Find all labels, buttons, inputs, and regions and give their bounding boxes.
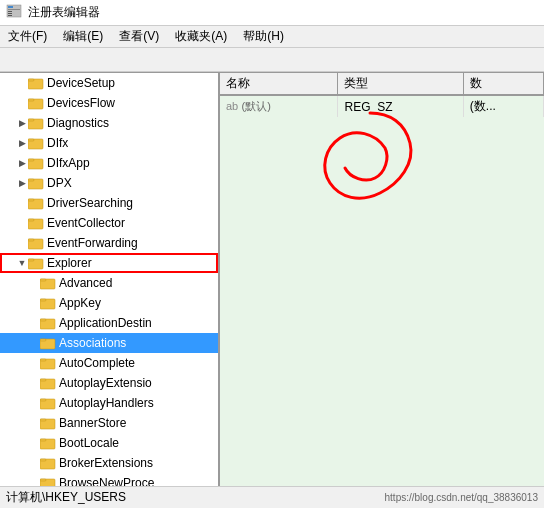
tree-item-eventcollector[interactable]: EventCollector [0,213,218,233]
tree-label: DeviceSetup [47,76,115,90]
tree-item-appkey[interactable]: AppKey [0,293,218,313]
folder-icon [40,316,56,330]
tree-label: BannerStore [59,416,126,430]
folder-icon [40,276,56,290]
menu-favorites[interactable]: 收藏夹(A) [167,26,235,47]
tree-label: Advanced [59,276,112,290]
cell-value: (数... [463,95,543,117]
svg-rect-33 [40,339,46,341]
tree-label: EventCollector [47,216,125,230]
tree-label: Associations [59,336,126,350]
folder-icon [40,336,56,350]
tree-label: DevicesFlow [47,96,115,110]
tree-item-autoplayextensio[interactable]: AutoplayExtensio [0,373,218,393]
tree-item-difx[interactable]: ▶ DIfx [0,133,218,153]
svg-rect-47 [40,479,46,481]
expand-arrow: ▶ [16,157,28,169]
tree-item-devicesflow[interactable]: DevicesFlow [0,93,218,113]
tree-item-brokerextensions[interactable]: BrokerExtensions [0,453,218,473]
folder-icon [28,216,44,230]
svg-rect-21 [28,219,34,221]
tree-label: DIfxApp [47,156,90,170]
svg-rect-23 [28,239,34,241]
tree-label: Diagnostics [47,116,109,130]
svg-rect-17 [28,179,34,181]
tree-label: EventForwarding [47,236,138,250]
tree-item-applicationdestin[interactable]: ApplicationDestin [0,313,218,333]
tree-label: AutoplayHandlers [59,396,154,410]
col-value: 数 [463,73,543,95]
tree-label: DPX [47,176,72,190]
registry-table: 名称 类型 数 ab (默认) REG_SZ (数... [220,73,544,117]
folder-icon [40,416,56,430]
tree-item-dpx[interactable]: ▶ DPX [0,173,218,193]
menu-view[interactable]: 查看(V) [111,26,167,47]
tree-label: BrowseNewProce [59,476,154,486]
cell-name: ab (默认) [220,95,338,117]
tree-label: AutoplayExtensio [59,376,152,390]
tree-label: AppKey [59,296,101,310]
main-area: DeviceSetup DevicesFlow ▶ Diagnostics ▶ … [0,72,544,486]
tree-label: ApplicationDestin [59,316,152,330]
cell-type: REG_SZ [338,95,463,117]
tree-item-bootlocale[interactable]: BootLocale [0,433,218,453]
tree-label: Explorer [47,256,92,270]
tree-item-eventforwarding[interactable]: EventForwarding [0,233,218,253]
svg-rect-3 [8,11,12,12]
menu-help[interactable]: 帮助(H) [235,26,292,47]
folder-icon [28,76,44,90]
svg-rect-15 [28,159,34,161]
svg-rect-13 [28,139,34,141]
svg-rect-35 [40,359,46,361]
folder-icon [40,296,56,310]
expand-arrow: ▼ [16,257,28,269]
folder-icon [40,396,56,410]
svg-rect-11 [28,119,34,121]
status-bar: 计算机\HKEY_USERS https://blog.csdn.net/qq_… [0,486,544,508]
svg-rect-27 [40,279,46,281]
annotation-overlay [300,103,420,236]
tree-item-explorer[interactable]: ▼ Explorer [0,253,218,273]
svg-rect-43 [40,439,46,441]
menu-edit[interactable]: 编辑(E) [55,26,111,47]
expand-arrow: ▶ [16,177,28,189]
svg-rect-2 [8,9,20,10]
svg-rect-1 [8,6,13,8]
watermark: https://blog.csdn.net/qq_38836013 [385,492,538,503]
tree-label: BrokerExtensions [59,456,153,470]
folder-icon [40,476,56,486]
tree-item-difxapp[interactable]: ▶ DIfxApp [0,153,218,173]
tree-item-autocomplete[interactable]: AutoComplete [0,353,218,373]
status-path: 计算机\HKEY_USERS [6,489,126,506]
title-bar: 注册表编辑器 [0,0,544,26]
tree-item-devicesetup[interactable]: DeviceSetup [0,73,218,93]
tree-item-autoplayhandlers[interactable]: AutoplayHandlers [0,393,218,413]
folder-icon [28,96,44,110]
table-row[interactable]: ab (默认) REG_SZ (数... [220,95,544,117]
tree-item-driversearching[interactable]: DriverSearching [0,193,218,213]
tree-item-diagnostics[interactable]: ▶ Diagnostics [0,113,218,133]
svg-rect-5 [8,15,12,16]
folder-icon [40,356,56,370]
svg-rect-39 [40,399,46,401]
folder-icon [28,136,44,150]
menu-file[interactable]: 文件(F) [0,26,55,47]
tree-item-advanced[interactable]: Advanced [0,273,218,293]
folder-icon [28,256,44,270]
tree-item-browsenewproce[interactable]: BrowseNewProce [0,473,218,486]
svg-rect-45 [40,459,46,461]
expand-arrow: ▶ [16,137,28,149]
svg-rect-7 [28,79,34,81]
toolbar-area [0,48,544,72]
tree-panel[interactable]: DeviceSetup DevicesFlow ▶ Diagnostics ▶ … [0,73,220,486]
window-title: 注册表编辑器 [28,4,100,21]
col-type: 类型 [338,73,463,95]
tree-item-associations[interactable]: Associations [0,333,218,353]
tree-label: DIfx [47,136,68,150]
tree-label: DriverSearching [47,196,133,210]
svg-rect-9 [28,99,34,101]
col-name: 名称 [220,73,338,95]
tree-label: AutoComplete [59,356,135,370]
tree-item-bannerstore[interactable]: BannerStore [0,413,218,433]
tree-label: BootLocale [59,436,119,450]
